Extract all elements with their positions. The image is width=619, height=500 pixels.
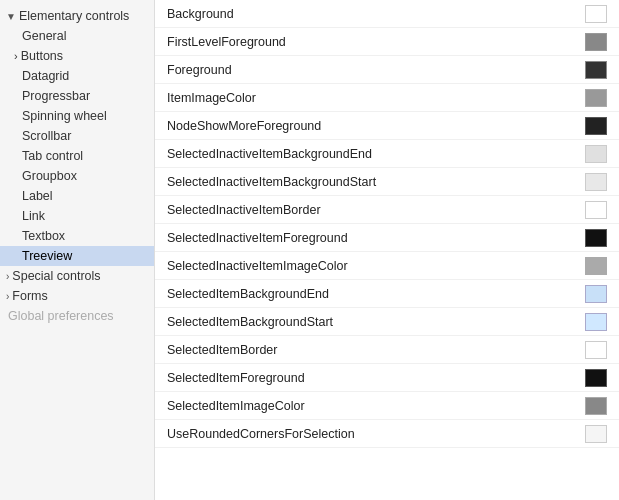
color-swatch[interactable] (585, 369, 607, 387)
property-name: SelectedItemForeground (167, 371, 585, 385)
chevron-icon: › (14, 50, 18, 62)
color-swatch[interactable] (585, 117, 607, 135)
sidebar-section-header-elementary-controls[interactable]: ▼Elementary controls (0, 6, 154, 26)
property-name: SelectedInactiveItemForeground (167, 231, 585, 245)
section-label: Special controls (12, 269, 100, 283)
sidebar-item-label: Buttons (21, 49, 63, 63)
property-name: UseRoundedCornersForSelection (167, 427, 585, 441)
property-row: SelectedItemImageColor (155, 392, 619, 420)
property-name: SelectedItemBackgroundStart (167, 315, 585, 329)
sidebar: ▼Elementary controlsGeneral›ButtonsDatag… (0, 0, 155, 500)
property-row: ItemImageColor (155, 84, 619, 112)
color-swatch[interactable] (585, 173, 607, 191)
sidebar-item-scrollbar[interactable]: Scrollbar (0, 126, 154, 146)
property-row: SelectedInactiveItemForeground (155, 224, 619, 252)
property-row: NodeShowMoreForeground (155, 112, 619, 140)
sidebar-item-buttons[interactable]: ›Buttons (0, 46, 154, 66)
property-row: SelectedItemBackgroundStart (155, 308, 619, 336)
property-name: NodeShowMoreForeground (167, 119, 585, 133)
sidebar-item-groupbox[interactable]: Groupbox (0, 166, 154, 186)
color-swatch[interactable] (585, 425, 607, 443)
property-row: SelectedItemForeground (155, 364, 619, 392)
sidebar-section-global-preferences[interactable]: Global preferences (0, 306, 154, 326)
section-label: Forms (12, 289, 47, 303)
color-swatch[interactable] (585, 341, 607, 359)
sidebar-item-progressbar[interactable]: Progressbar (0, 86, 154, 106)
color-swatch[interactable] (585, 61, 607, 79)
property-row: SelectedInactiveItemBackgroundEnd (155, 140, 619, 168)
property-row: SelectedInactiveItemBorder (155, 196, 619, 224)
color-swatch[interactable] (585, 229, 607, 247)
property-table: BackgroundFirstLevelForegroundForeground… (155, 0, 619, 448)
chevron-icon: ▼ (6, 11, 16, 22)
sidebar-item-tab-control[interactable]: Tab control (0, 146, 154, 166)
sidebar-item-general[interactable]: General (0, 26, 154, 46)
property-row: SelectedItemBackgroundEnd (155, 280, 619, 308)
color-swatch[interactable] (585, 201, 607, 219)
section-label: Elementary controls (19, 9, 129, 23)
color-swatch[interactable] (585, 145, 607, 163)
color-swatch[interactable] (585, 33, 607, 51)
color-swatch[interactable] (585, 397, 607, 415)
sidebar-item-link[interactable]: Link (0, 206, 154, 226)
property-name: SelectedInactiveItemBackgroundStart (167, 175, 585, 189)
sidebar-item-treeview[interactable]: Treeview (0, 246, 154, 266)
sidebar-item-datagrid[interactable]: Datagrid (0, 66, 154, 86)
property-row: SelectedItemBorder (155, 336, 619, 364)
property-name: ItemImageColor (167, 91, 585, 105)
color-swatch[interactable] (585, 313, 607, 331)
property-name: FirstLevelForeground (167, 35, 585, 49)
property-name: SelectedItemBorder (167, 343, 585, 357)
color-swatch[interactable] (585, 5, 607, 23)
sidebar-section-header-forms[interactable]: ›Forms (0, 286, 154, 306)
property-row: Foreground (155, 56, 619, 84)
property-name: SelectedInactiveItemBackgroundEnd (167, 147, 585, 161)
property-row: SelectedInactiveItemBackgroundStart (155, 168, 619, 196)
property-row: SelectedInactiveItemImageColor (155, 252, 619, 280)
color-swatch[interactable] (585, 285, 607, 303)
property-name: SelectedItemBackgroundEnd (167, 287, 585, 301)
sidebar-section-header-special-controls[interactable]: ›Special controls (0, 266, 154, 286)
color-swatch[interactable] (585, 89, 607, 107)
property-name: SelectedInactiveItemBorder (167, 203, 585, 217)
property-name: Background (167, 7, 585, 21)
main-content: BackgroundFirstLevelForegroundForeground… (155, 0, 619, 500)
property-name: SelectedItemImageColor (167, 399, 585, 413)
property-row: Background (155, 0, 619, 28)
property-name: SelectedInactiveItemImageColor (167, 259, 585, 273)
property-row: UseRoundedCornersForSelection (155, 420, 619, 448)
sidebar-item-textbox[interactable]: Textbox (0, 226, 154, 246)
sidebar-item-spinning-wheel[interactable]: Spinning wheel (0, 106, 154, 126)
property-name: Foreground (167, 63, 585, 77)
chevron-icon: › (6, 271, 9, 282)
sidebar-item-label[interactable]: Label (0, 186, 154, 206)
color-swatch[interactable] (585, 257, 607, 275)
property-row: FirstLevelForeground (155, 28, 619, 56)
chevron-icon: › (6, 291, 9, 302)
